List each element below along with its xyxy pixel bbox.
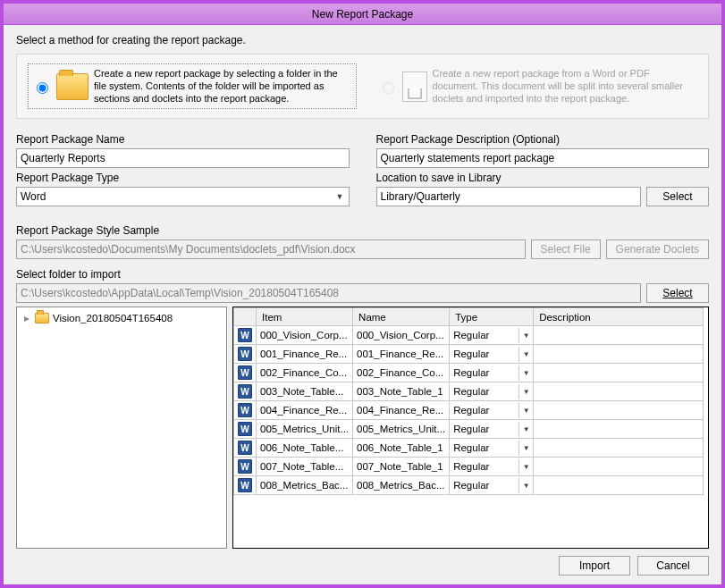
folder-icon [35, 313, 49, 323]
location-select-button[interactable]: Select [646, 187, 709, 206]
cell-name[interactable]: 000_Vision_Corp... [353, 326, 450, 345]
word-doc-icon: W [234, 364, 257, 382]
table-row[interactable]: W007_Note_Table...007_Note_Table_1Regula… [234, 458, 704, 476]
chevron-down-icon[interactable]: ▼ [518, 403, 533, 418]
label-style-sample: Report Package Style Sample [16, 224, 709, 237]
select-file-button: Select File [531, 239, 601, 259]
cell-type-select[interactable]: Regular▼ [450, 326, 534, 345]
cell-name[interactable]: 008_Metrics_Bac... [353, 476, 450, 495]
cell-item[interactable]: 002_Finance_Co... [257, 364, 353, 382]
cell-type-select[interactable]: Regular▼ [450, 345, 534, 364]
chevron-down-icon[interactable]: ▼ [518, 365, 533, 381]
cell-name[interactable]: 006_Note_Table_1 [353, 439, 450, 458]
tree-root-label: Vision_20180504T165408 [53, 313, 173, 323]
cell-name[interactable]: 004_Finance_Re... [353, 401, 450, 420]
method-option-document: Create a new report package from a Word … [378, 63, 698, 109]
cell-description[interactable] [534, 458, 704, 476]
method-radio-folder[interactable] [37, 82, 48, 94]
word-doc-icon: W [234, 420, 257, 439]
cell-type-select[interactable]: Regular▼ [450, 476, 534, 495]
generate-doclets-button: Generate Doclets [606, 239, 709, 259]
cell-description[interactable] [534, 326, 704, 345]
cell-item[interactable]: 007_Note_Table... [257, 458, 353, 476]
label-package-name: Report Package Name [16, 133, 350, 146]
folder-path-input [16, 283, 641, 303]
table-row[interactable]: W006_Note_Table...006_Note_Table_1Regula… [234, 439, 704, 458]
cell-type-select[interactable]: Regular▼ [450, 382, 534, 401]
table-row[interactable]: W004_Finance_Re...004_Finance_Re...Regul… [234, 401, 704, 420]
label-select-folder: Select folder to import [16, 268, 709, 281]
cell-description[interactable] [534, 439, 704, 458]
folder-icon [56, 73, 89, 100]
word-doc-icon: W [234, 345, 257, 364]
table-row[interactable]: W000_Vision_Corp...000_Vision_Corp...Reg… [234, 326, 704, 345]
cell-description[interactable] [534, 420, 704, 439]
cell-item[interactable]: 005_Metrics_Unit... [257, 420, 353, 439]
cell-item[interactable]: 001_Finance_Re... [257, 345, 353, 364]
word-doc-icon: W [234, 401, 257, 420]
word-doc-icon: W [234, 382, 257, 401]
grid-header-name[interactable]: Name [353, 308, 450, 326]
cell-item[interactable]: 000_Vision_Corp... [257, 326, 353, 345]
cell-description[interactable] [534, 382, 704, 401]
chevron-down-icon[interactable]: ▼ [518, 384, 533, 399]
method-group: Create a new report package by selecting… [16, 54, 709, 119]
tree-expander-icon[interactable]: ▸ [22, 312, 31, 324]
tree-root-item[interactable]: ▸ Vision_20180504T165408 [21, 311, 223, 325]
package-desc-input[interactable] [376, 148, 710, 168]
cancel-button[interactable]: Cancel [637, 556, 709, 575]
chevron-down-icon[interactable]: ▼ [518, 459, 533, 475]
cell-description[interactable] [534, 401, 704, 420]
cell-type-select[interactable]: Regular▼ [450, 364, 534, 382]
grid-header-type[interactable]: Type [450, 308, 534, 326]
package-name-input[interactable] [16, 148, 350, 168]
cell-description[interactable] [534, 345, 704, 364]
dialog-footer: Import Cancel [16, 556, 709, 579]
table-row[interactable]: W002_Finance_Co...002_Finance_Co...Regul… [234, 364, 704, 382]
cell-type-select[interactable]: Regular▼ [450, 439, 534, 458]
package-type-select[interactable] [16, 187, 350, 206]
grid-header-icon [234, 308, 257, 326]
cell-name[interactable]: 005_Metrics_Unit... [353, 420, 450, 439]
doclet-grid[interactable]: Item Name Type Description W000_Vision_C… [232, 307, 709, 549]
word-doc-icon: W [234, 458, 257, 476]
method-option-folder[interactable]: Create a new report package by selecting… [28, 63, 357, 109]
window-title: New Report Package [4, 4, 721, 25]
cell-description[interactable] [534, 364, 704, 382]
table-row[interactable]: W001_Finance_Re...001_Finance_Re...Regul… [234, 345, 704, 364]
cell-type-select[interactable]: Regular▼ [450, 458, 534, 476]
cell-item[interactable]: 004_Finance_Re... [257, 401, 353, 420]
chevron-down-icon[interactable]: ▼ [518, 441, 533, 456]
import-button[interactable]: Import [559, 556, 630, 575]
label-package-type: Report Package Type [16, 172, 350, 184]
grid-header-desc[interactable]: Description [534, 308, 704, 326]
chevron-down-icon[interactable]: ▼ [518, 422, 533, 437]
cell-name[interactable]: 001_Finance_Re... [353, 345, 450, 364]
instruction-text: Select a method for creating the report … [16, 34, 709, 46]
folder-tree[interactable]: ▸ Vision_20180504T165408 [16, 307, 227, 549]
grid-header-item[interactable]: Item [257, 308, 353, 326]
table-row[interactable]: W003_Note_Table...003_Note_Table_1Regula… [234, 382, 704, 401]
word-doc-icon: W [234, 439, 257, 458]
word-doc-icon: W [234, 476, 257, 495]
chevron-down-icon[interactable]: ▼ [518, 328, 533, 343]
document-split-icon [402, 71, 427, 102]
cell-type-select[interactable]: Regular▼ [450, 420, 534, 439]
folder-select-button[interactable]: Select [646, 283, 709, 303]
location-input[interactable] [376, 187, 642, 206]
chevron-down-icon[interactable]: ▼ [518, 347, 533, 362]
table-row[interactable]: W008_Metrics_Bac...008_Metrics_Bac...Reg… [234, 476, 704, 495]
method-radio-document [383, 82, 394, 94]
cell-description[interactable] [534, 476, 704, 495]
chevron-down-icon[interactable]: ▼ [518, 478, 533, 493]
cell-item[interactable]: 006_Note_Table... [257, 439, 353, 458]
label-package-desc: Report Package Description (Optional) [376, 133, 710, 146]
cell-name[interactable]: 003_Note_Table_1 [353, 382, 450, 401]
cell-name[interactable]: 002_Finance_Co... [353, 364, 450, 382]
cell-item[interactable]: 008_Metrics_Bac... [257, 476, 353, 495]
cell-item[interactable]: 003_Note_Table... [257, 382, 353, 401]
cell-name[interactable]: 007_Note_Table_1 [353, 458, 450, 476]
cell-type-select[interactable]: Regular▼ [450, 401, 534, 420]
dialog-window: New Report Package Select a method for c… [0, 0, 725, 588]
table-row[interactable]: W005_Metrics_Unit...005_Metrics_Unit...R… [234, 420, 704, 439]
